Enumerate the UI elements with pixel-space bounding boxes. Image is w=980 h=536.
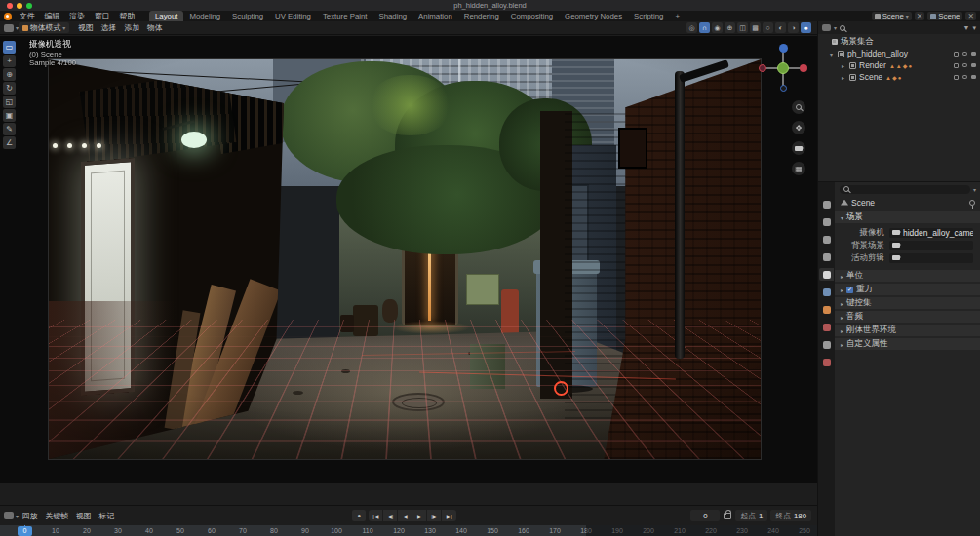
workspace-tab[interactable]: Sculpting (226, 11, 269, 21)
transform-tool[interactable]: ▣ (3, 109, 16, 122)
3d-viewport[interactable]: ▭+⊕↻◱▣✎∠ 摄像机透视 (0) Scene Sample 4/100 (0, 36, 817, 483)
playhead[interactable]: 0 (18, 526, 32, 536)
proportional-editing-icon[interactable]: ◉ (712, 22, 723, 33)
properties-search-input[interactable] (840, 185, 970, 194)
workspace-tab[interactable]: Compositing (505, 11, 559, 21)
outliner-row[interactable]: ▸ Scene ▲◆● (818, 71, 980, 83)
timeline-menu-item[interactable]: 回放 (19, 511, 42, 521)
zoom-icon[interactable] (792, 100, 805, 114)
scene-panel-header[interactable]: 场景 (835, 211, 980, 223)
auto-keying-button[interactable]: ● (352, 510, 366, 521)
blender-logo-icon[interactable] (4, 13, 12, 20)
tab-physics[interactable] (819, 321, 834, 333)
show-overlays-icon[interactable]: ◫ (737, 22, 748, 33)
tab-output[interactable] (819, 233, 834, 246)
scene-selector[interactable]: Scene ▾ (872, 12, 912, 20)
workspace-tab[interactable]: Texture Paint (317, 11, 373, 21)
viewport-menu-item[interactable]: 添加 (120, 22, 143, 33)
camera-view-icon[interactable] (792, 141, 805, 155)
cursor-tool[interactable]: + (3, 55, 16, 67)
property-value-field[interactable]: ✕ (889, 253, 973, 263)
menu-item[interactable]: 帮助 (114, 11, 139, 21)
collapsed-panel-header[interactable]: ✓ 刚体世界环境 (835, 325, 980, 336)
disclosure-caret-icon[interactable]: ▾ (828, 51, 835, 57)
menu-item[interactable]: 编辑 (40, 11, 65, 21)
hide-viewport-eye-icon[interactable] (962, 63, 967, 67)
hide-viewport-eye-icon[interactable] (962, 52, 967, 56)
disclosure-caret-icon[interactable]: ▸ (840, 62, 846, 69)
frame-start-field[interactable]: 起点1 (735, 510, 767, 521)
measure-tool[interactable]: ∠ (3, 136, 16, 149)
tab-data[interactable] (819, 356, 834, 368)
workspace-tab[interactable]: Modeling (183, 11, 226, 21)
timeline-menu-item[interactable]: 关键帧 (42, 511, 72, 521)
navigation-gizmo[interactable] (757, 42, 809, 95)
view-layer-selector[interactable]: Scene (927, 12, 962, 20)
move-tool[interactable]: ⊕ (3, 68, 16, 81)
axis-negx-handle[interactable] (759, 64, 766, 72)
exclude-checkbox-icon[interactable] (954, 75, 959, 80)
tab-object[interactable] (819, 303, 834, 316)
play-button[interactable]: ▶ (412, 510, 427, 521)
jump-to-start-button[interactable]: |◀ (369, 510, 383, 521)
shading-wireframe-icon[interactable]: ○ (763, 22, 773, 33)
frame-end-field[interactable]: 终点180 (770, 510, 811, 521)
rotate-tool[interactable]: ↻ (3, 82, 16, 95)
remove-view-layer-button[interactable]: ✕ (965, 12, 976, 20)
move-view-icon[interactable]: ✥ (792, 121, 805, 134)
mode-dropdown[interactable]: 物体模式 ▾ (19, 22, 69, 33)
timeline-menu-item[interactable]: 视图 (72, 511, 96, 521)
collapsed-panel-header[interactable]: ✓ 音频 (835, 311, 980, 323)
axis-x-handle[interactable] (800, 64, 807, 72)
unlink-scene-button[interactable]: ✕ (915, 12, 925, 20)
axis-negz-handle[interactable] (780, 85, 787, 92)
workspace-tab[interactable]: Animation (412, 11, 458, 21)
collapsed-panel-header[interactable]: ✓ 键控集 (835, 297, 980, 309)
axis-y-handle[interactable] (777, 62, 789, 74)
viewport-menu-item[interactable]: 选择 (98, 22, 121, 33)
hide-viewport-eye-icon[interactable] (962, 75, 967, 79)
annotate-tool[interactable]: ✎ (3, 123, 16, 135)
jump-to-end-button[interactable]: ▶| (442, 510, 456, 521)
play-reverse-button[interactable]: ◀ (398, 510, 412, 521)
property-value-field[interactable]: hidden_alloy_camera ✕ (889, 228, 973, 238)
disclosure-caret-icon[interactable]: ▸ (840, 74, 846, 81)
workspace-tab[interactable]: Layout (149, 11, 183, 21)
rendered-scene-image[interactable] (49, 59, 761, 459)
toggle-xray-icon[interactable]: ▩ (750, 22, 761, 33)
tab-scene[interactable] (819, 268, 834, 281)
outliner-row[interactable]: ▾ ph_hidden_alloy (818, 48, 980, 59)
disable-render-camera-icon[interactable] (971, 52, 976, 56)
tab-constraints[interactable] (819, 338, 834, 351)
pin-icon[interactable] (969, 200, 975, 206)
outliner-editor-type-icon[interactable] (822, 24, 831, 31)
select-box-tool[interactable]: ▭ (3, 41, 16, 54)
menu-item[interactable]: 文件 (15, 11, 40, 21)
workspace-tab[interactable]: + (669, 11, 686, 21)
lock-frame-range-icon[interactable] (724, 513, 731, 519)
transform-orientation-icon[interactable]: ◎ (686, 22, 697, 33)
gravity-checkbox[interactable]: ✓ (846, 287, 853, 293)
menu-item[interactable]: 窗口 (90, 11, 115, 21)
collapsed-panel-header[interactable]: ✓ 自定义属性 (835, 338, 980, 350)
axis-z-handle[interactable] (779, 44, 788, 53)
workspace-tab[interactable]: UV Editing (269, 11, 317, 21)
viewport-menu-item[interactable]: 视图 (74, 22, 98, 33)
viewport-menu-item[interactable]: 物体 (143, 22, 167, 33)
snapping-magnet-icon[interactable]: ∩ (699, 22, 710, 33)
tab-world[interactable] (819, 286, 834, 298)
current-frame-field[interactable]: 0 (690, 510, 720, 521)
show-gizmo-icon[interactable]: ⊕ (725, 22, 735, 33)
timeline-editor-type-icon[interactable] (4, 512, 14, 519)
property-value-field[interactable]: ✕ (889, 241, 973, 250)
workspace-tab[interactable]: Geometry Nodes (559, 11, 628, 21)
filter-dropdown-icon[interactable]: ▾ (973, 186, 976, 193)
jump-prev-keyframe-button[interactable]: ◀| (383, 510, 398, 521)
shading-material-icon[interactable]: ◑ (788, 22, 799, 33)
collapsed-panel-header[interactable]: ✓ 重力 (835, 284, 980, 295)
filter-icon[interactable]: ▼ (963, 24, 970, 31)
shading-rendered-icon[interactable]: ● (801, 22, 811, 33)
editor-type-icon[interactable] (4, 24, 14, 32)
outliner-row[interactable]: 场景集合 (818, 36, 980, 48)
timeline-menu-item[interactable]: 标记 (96, 511, 119, 521)
